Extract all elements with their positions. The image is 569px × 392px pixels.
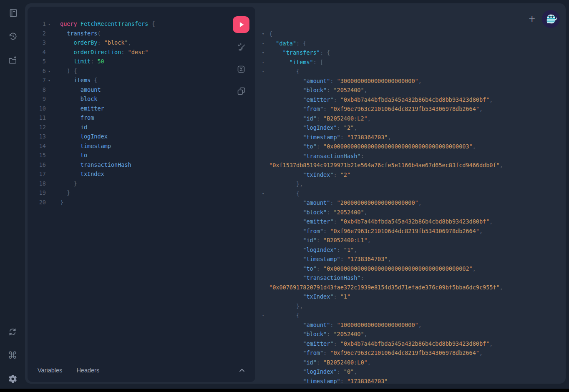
fold-gutter (46, 94, 53, 104)
fold-gutter (46, 132, 53, 141)
execute-query-button[interactable] (233, 16, 249, 33)
code-line[interactable]: 19 } (33, 188, 224, 198)
fold-gutter (46, 123, 53, 132)
code-line[interactable]: 5 limit: 50 (33, 57, 224, 66)
response-line: "id": "B2052400:L2", (262, 114, 561, 123)
line-number: 3 (33, 38, 46, 48)
code-line[interactable]: 9 block (33, 94, 224, 104)
response-line: "transactionHash": "0x0076917820791d43fa… (262, 273, 561, 292)
fold-toggle-icon[interactable]: ▾ (46, 75, 53, 85)
code-line[interactable]: 7▾ items { (33, 75, 224, 85)
fold-gutter (46, 188, 53, 198)
response-line: "timestamp": "1738364703" (262, 377, 561, 384)
fold-toggle-icon[interactable]: ▾ (46, 66, 53, 76)
refetch-schema-icon[interactable] (8, 327, 18, 337)
response-line: "amount": "2000000000000000000000", (262, 198, 561, 208)
history-icon[interactable] (8, 31, 18, 41)
prettify-query-icon[interactable] (235, 42, 247, 55)
fold-toggle-icon[interactable]: ▾ (262, 311, 269, 320)
code-line[interactable]: 14 timestamp (33, 141, 224, 151)
fold-gutter (262, 95, 269, 105)
fold-gutter (262, 329, 269, 339)
code-line[interactable]: 10 emitter (33, 104, 224, 113)
fold-toggle-icon[interactable]: ▾ (262, 48, 269, 58)
merge-fragments-icon[interactable] (235, 63, 247, 77)
fold-gutter (262, 339, 269, 349)
fold-gutter (262, 245, 269, 255)
fold-gutter (262, 208, 269, 217)
query-editor-lines[interactable]: 1▾query FetchRecentTransfers {2 transfer… (33, 19, 224, 207)
response-line: "emitter": "0xb4b7a44bfbda545a432b86b4cb… (262, 95, 561, 105)
secondary-editor-bar: Variables Headers (28, 358, 255, 382)
response-line: "logIndex": "2", (262, 123, 561, 133)
response-line: }, (262, 179, 561, 189)
tab-variables[interactable]: Variables (38, 367, 62, 374)
fold-toggle-icon[interactable]: ▾ (262, 29, 269, 39)
code-line[interactable]: 2 transfers( (33, 29, 224, 38)
line-number: 19 (33, 188, 46, 198)
ghost-logo (542, 10, 560, 28)
code-line[interactable]: 11 from (33, 113, 224, 123)
code-line[interactable]: 12 id (33, 123, 224, 132)
line-number: 14 (33, 141, 46, 151)
tab-headers[interactable]: Headers (76, 367, 99, 374)
fold-gutter (46, 38, 53, 48)
fold-toggle-icon[interactable]: ▾ (262, 58, 269, 67)
response-line: "amount": "3000000000000000000000", (262, 76, 561, 86)
response-line: ▾ "data": { (262, 39, 561, 48)
fold-gutter (262, 217, 269, 226)
code-line[interactable]: 18 } (33, 179, 224, 188)
response-line: "transactionHash": "0xf1537db85194c91299… (262, 151, 561, 170)
code-line[interactable]: 20} (33, 198, 224, 207)
code-line[interactable]: 16 transactionHash (33, 160, 224, 170)
fold-gutter (46, 113, 53, 123)
fold-gutter (46, 179, 53, 188)
fold-gutter (46, 160, 53, 170)
response-line: "block": "2052400", (262, 208, 561, 217)
code-line[interactable]: 6▾ ) { (33, 66, 224, 76)
docs-icon[interactable] (8, 8, 18, 18)
response-line: }, (262, 302, 561, 311)
response-line: ▾ "items": [ (262, 58, 561, 67)
response-line: "emitter": "0xb4b7a44bfbda545a432b86b4cb… (262, 339, 561, 349)
fold-gutter (262, 85, 269, 95)
line-number: 6 (33, 66, 46, 76)
fold-gutter (46, 151, 53, 160)
fold-toggle-icon[interactable]: ▾ (46, 19, 53, 29)
fold-gutter (262, 179, 269, 189)
fold-toggle-icon[interactable]: ▾ (262, 67, 269, 76)
fold-gutter (46, 198, 53, 207)
fold-toggle-icon[interactable]: ▾ (262, 39, 269, 48)
fold-toggle-icon[interactable]: ▾ (262, 189, 269, 199)
response-line: ▾ { (262, 311, 561, 320)
code-line[interactable]: 1▾query FetchRecentTransfers { (33, 19, 224, 29)
graphiql-session: 1▾query FetchRecentTransfers {2 transfer… (25, 3, 566, 384)
fold-gutter (262, 236, 269, 245)
fold-gutter (262, 76, 269, 86)
line-number: 18 (33, 179, 46, 188)
fold-gutter (262, 104, 269, 114)
add-tab-button[interactable]: + (528, 15, 536, 23)
fold-gutter (262, 367, 269, 377)
line-number: 11 (33, 113, 46, 123)
settings-gear-icon[interactable] (8, 374, 18, 384)
response-line: "id": "B2052400:L1", (262, 236, 561, 245)
collapse-chevron-up-icon[interactable] (239, 368, 245, 373)
code-line[interactable]: 17 txIndex (33, 169, 224, 179)
line-number: 9 (33, 94, 46, 104)
line-number: 4 (33, 48, 46, 57)
fold-gutter (262, 377, 269, 384)
keyboard-shortcuts-icon[interactable]: ⌘ (8, 350, 18, 360)
code-line[interactable]: 13 logIndex (33, 132, 224, 141)
copy-query-icon[interactable] (235, 85, 247, 98)
response-line: ▾ { (262, 67, 561, 76)
fold-gutter (262, 170, 269, 180)
code-line[interactable]: 3 orderBy: "block", (33, 38, 224, 48)
fold-gutter (262, 358, 269, 367)
code-line[interactable]: 4 orderDirection: "desc" (33, 48, 224, 57)
response-line: "logIndex": "0", (262, 367, 561, 377)
open-collection-folder-plus-icon[interactable] (8, 55, 18, 65)
code-line[interactable]: 15 to (33, 151, 224, 160)
line-number: 1 (33, 19, 46, 29)
code-line[interactable]: 8 amount (33, 85, 224, 95)
